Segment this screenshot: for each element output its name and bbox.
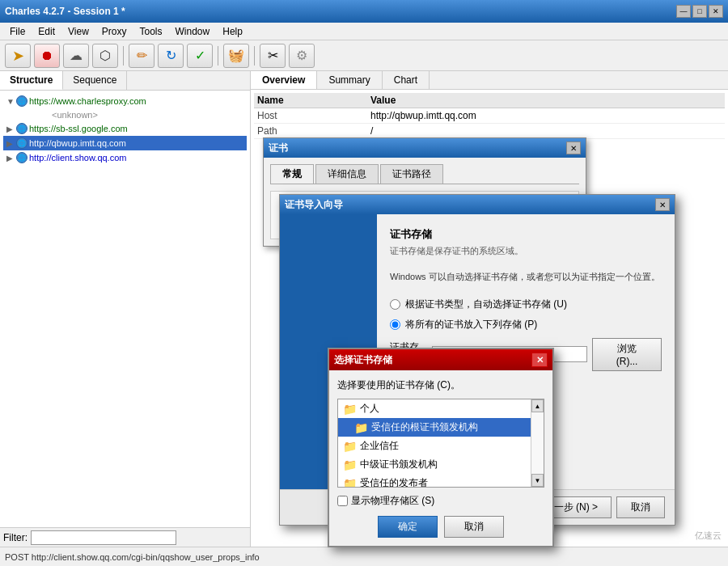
status-text: POST http://client.show.qq.com/cgi-bin/q… [5, 552, 260, 562]
toolbar-tools-btn[interactable]: ✂ [260, 44, 286, 68]
record-icon: ⏺ [40, 49, 53, 63]
left-panel: Structure Sequence ▼ 🌐 https://www.charl… [0, 71, 251, 547]
gear-icon: ⚙ [296, 48, 307, 63]
toolbar-sep2 [218, 46, 218, 65]
table-header: Name Value [254, 93, 725, 108]
toolbar-hex-btn[interactable]: ⬡ [92, 44, 118, 68]
pen-icon: ✏ [137, 48, 147, 63]
toolbar: ➤ ⏺ ☁ ⬡ ✏ ↻ ✓ 🧺 ✂ ⚙ [0, 40, 728, 71]
table-row-path: Path / [254, 124, 725, 139]
tab-overview[interactable]: Overview [251, 71, 317, 89]
table-row-host: Host http://qbwup.imtt.qq.com [254, 108, 725, 124]
tree-item-client-show[interactable]: ▶ 🌐 http://client.show.qq.com [3, 150, 247, 165]
tree-url-unknown: <unknown> [52, 110, 98, 120]
col-value-header: Value [370, 95, 722, 106]
menu-bar: File Edit View Proxy Tools Window Help [0, 23, 728, 40]
col-name-header: Name [257, 95, 370, 106]
cell-path-name: Path [257, 125, 370, 137]
app-title: Charles 4.2.7 - Session 1 * [5, 6, 125, 17]
globe-icon-qbwup: 🌐 [16, 137, 28, 149]
cell-path-value: / [370, 125, 722, 137]
toolbar-basket-btn[interactable]: 🧺 [223, 44, 249, 68]
tree-url-client-show: http://client.show.qq.com [29, 153, 126, 163]
close-btn[interactable]: ✕ [709, 5, 723, 18]
tree-item-sb-ssl[interactable]: ▶ 🌐 https://sb-ssl.google.com [3, 121, 247, 136]
basket-icon: 🧺 [228, 48, 244, 63]
toolbar-sep1 [123, 46, 124, 65]
toolbar-gear-btn[interactable]: ⚙ [289, 44, 315, 68]
cell-host-value: http://qbwup.imtt.qq.com [370, 110, 722, 121]
menu-proxy[interactable]: Proxy [95, 24, 133, 39]
filter-input[interactable] [31, 530, 176, 545]
tree-url-charlesproxy: https://www.charlesproxy.com [29, 96, 146, 106]
toolbar-cloud-btn[interactable]: ☁ [63, 44, 89, 68]
expand-icon-client-show: ▶ [6, 154, 16, 163]
arrow-icon: ➤ [12, 47, 24, 65]
tree-item-unknown[interactable]: <unknown> [19, 108, 247, 121]
toolbar-record-btn[interactable]: ⏺ [34, 44, 60, 68]
expand-icon: ▼ [6, 97, 16, 106]
right-content: Name Value Host http://qbwup.imtt.qq.com… [251, 90, 728, 547]
cloud-icon: ☁ [70, 48, 83, 63]
minimize-btn[interactable]: — [676, 5, 691, 18]
check-icon: ✓ [195, 48, 205, 63]
title-controls[interactable]: — □ ✕ [676, 5, 723, 18]
globe-icon-client-show: 🌐 [16, 152, 28, 163]
tab-sequence[interactable]: Sequence [63, 71, 127, 90]
main-layout: Structure Sequence ▼ 🌐 https://www.charl… [0, 71, 728, 547]
tree-url-qbwup: http://qbwup.imtt.qq.com [29, 138, 126, 148]
title-bar: Charles 4.2.7 - Session 1 * — □ ✕ [0, 0, 728, 23]
cell-host-name: Host [257, 110, 370, 121]
expand-icon-qbwup: ▶ [6, 139, 16, 148]
filter-bar: Filter: [0, 527, 250, 547]
tree-url-sb-ssl: https://sb-ssl.google.com [29, 124, 128, 133]
menu-window[interactable]: Window [169, 24, 217, 39]
right-tabs: Overview Summary Chart [251, 71, 728, 90]
tab-structure[interactable]: Structure [0, 71, 63, 90]
tools-icon: ✂ [268, 48, 278, 63]
maximize-btn[interactable]: □ [692, 5, 707, 18]
refresh-icon: ↻ [166, 48, 176, 63]
toolbar-sep3 [254, 46, 255, 65]
right-panel: Overview Summary Chart Name Value Host h… [251, 71, 728, 547]
toolbar-refresh-btn[interactable]: ↻ [158, 44, 184, 68]
hex-icon: ⬡ [99, 48, 111, 63]
globe-icon: 🌐 [16, 95, 28, 107]
tree-area: ▼ 🌐 https://www.charlesproxy.com <unknow… [0, 91, 250, 527]
expand-icon-sb-ssl: ▶ [6, 125, 16, 133]
toolbar-arrow-btn[interactable]: ➤ [5, 44, 31, 68]
menu-file[interactable]: File [3, 24, 32, 39]
menu-edit[interactable]: Edit [32, 24, 61, 39]
tree-item-charlesproxy[interactable]: ▼ 🌐 https://www.charlesproxy.com [3, 94, 247, 108]
toolbar-check-btn[interactable]: ✓ [187, 44, 213, 68]
menu-help[interactable]: Help [216, 24, 249, 39]
toolbar-pen-btn[interactable]: ✏ [129, 44, 154, 68]
menu-tools[interactable]: Tools [133, 24, 169, 39]
tab-chart[interactable]: Chart [383, 71, 430, 89]
tree-item-qbwup[interactable]: ▶ 🌐 http://qbwup.imtt.qq.com [3, 136, 247, 150]
left-panel-tabs: Structure Sequence [0, 71, 250, 91]
menu-view[interactable]: View [61, 24, 95, 39]
status-bar: POST http://client.show.qq.com/cgi-bin/q… [0, 547, 728, 566]
globe-icon-sb-ssl: 🌐 [16, 123, 28, 134]
tab-summary[interactable]: Summary [317, 71, 382, 89]
filter-label: Filter: [3, 532, 28, 543]
